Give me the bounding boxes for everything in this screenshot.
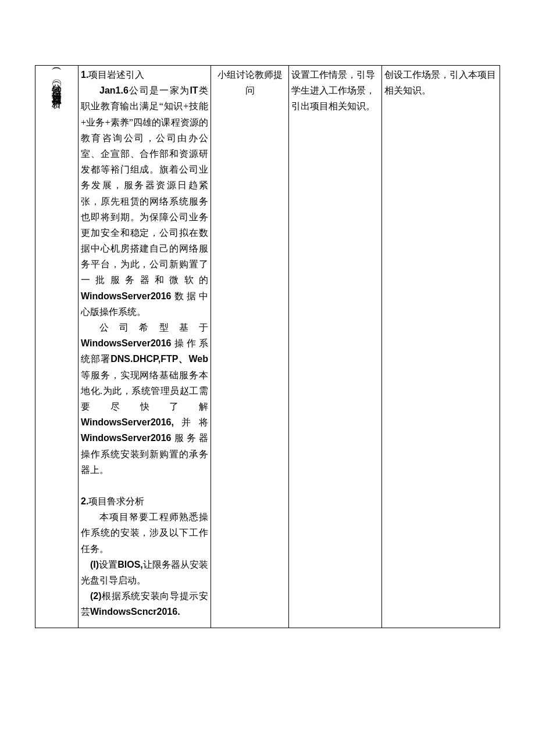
p2-rest2: 并将 — [174, 417, 208, 427]
heading-1: 1.项目岩述引入 — [81, 67, 208, 83]
paragraph-3: 本项目帑要工程师熟悉操作系统的安装，涉及以下工作任务。 — [81, 509, 208, 557]
p1-rest: 公司是一家为 — [129, 85, 190, 95]
li2-b: WindowsScncr2016. — [90, 607, 180, 617]
table-row: (〇 分钟（二）项目描述与项目分析 1.项目岩述引入 Jan1.6公司是一家为I… — [35, 66, 500, 628]
cell-section-label: (〇 分钟（二）项目描述与项目分析 — [35, 66, 79, 628]
list-item-1: (I)设置BIOS,让限务器从安装光盘引导启动。 — [81, 557, 208, 588]
cell-design-intent: 创设工作场景，引入本项目相关知识。 — [382, 66, 500, 628]
p2-ws3: WindowsServer2016 — [81, 433, 171, 443]
p2-ws2: WindowsServer2016, — [81, 417, 174, 427]
p1-lead: Jan1.6 — [99, 85, 129, 95]
cell-content: 1.项目岩述引入 Jan1.6公司是一家为IT类职业教育输出满足“知识+技能+业… — [79, 66, 211, 628]
li1-a: 设置 — [99, 560, 117, 569]
student-activity-text: 设置工作情景，引导学生进入工作场景，引出项目相关知识。 — [291, 70, 375, 111]
p2-lead: 公司希型基于 — [99, 323, 208, 332]
cell-teacher-activity: 小组讨论教师提问 — [211, 66, 289, 628]
design-intent-text: 创设工作场景，引入本项目相关知识。 — [384, 70, 496, 95]
paragraph-2: 公司希型基于WindowsServer2016操作系统部署DNS.DHCP,FT… — [81, 320, 208, 478]
p2-svc: DNS.DHCP,FTP、Web — [110, 354, 208, 364]
heading-1-text: 项目岩述引入 — [88, 70, 144, 80]
p1-tail2: 类职业教育输出满足“知识+技能+业务+素养”四雄的课程资源的教育咨询公司，公司由… — [81, 85, 208, 285]
blank-line — [81, 478, 208, 493]
heading-2: 2.项目鲁求分析 — [81, 493, 208, 509]
heading-1-num: 1. — [81, 70, 88, 80]
teacher-activity-text: 小组讨论教师提问 — [217, 70, 283, 95]
document-page: (〇 分钟（二）项目描述与项目分析 1.项目岩述引入 Jan1.6公司是一家为I… — [0, 0, 535, 756]
cell-student-activity: 设置工作情景，引导学生进入工作场景，引出项目相关知识。 — [289, 66, 382, 628]
heading-2-num: 2. — [81, 496, 88, 506]
li1-num: (I) — [90, 560, 99, 569]
lesson-plan-table: (〇 分钟（二）项目描述与项目分析 1.项目岩述引入 Jan1.6公司是一家为I… — [35, 65, 500, 628]
list-item-2: (2)根据系统安装向导提示安芸WindowsScncr2016. — [81, 588, 208, 619]
p1-it: IT — [190, 85, 198, 95]
p1-ws: WindowsServer2016 — [81, 291, 171, 301]
vertical-section-title: (〇 分钟（二）项目描述与项目分析 — [48, 67, 65, 92]
li2-num: (2) — [90, 591, 102, 601]
heading-2-text: 项目鲁求分析 — [88, 496, 144, 506]
paragraph-1: Jan1.6公司是一家为IT类职业教育输出满足“知识+技能+业务+素养”四雄的课… — [81, 83, 208, 320]
p2-rest: 等服务，实现网络基础服务本地化.为此，系统管理员赵工需要尽快了解 — [81, 370, 208, 411]
content-body: 1.项目岩述引入 Jan1.6公司是一家为IT类职业教育输出满足“知识+技能+业… — [81, 67, 208, 620]
p2-ws: WindowsServer2016 — [81, 338, 171, 348]
li1-b: BIOS, — [117, 560, 143, 569]
